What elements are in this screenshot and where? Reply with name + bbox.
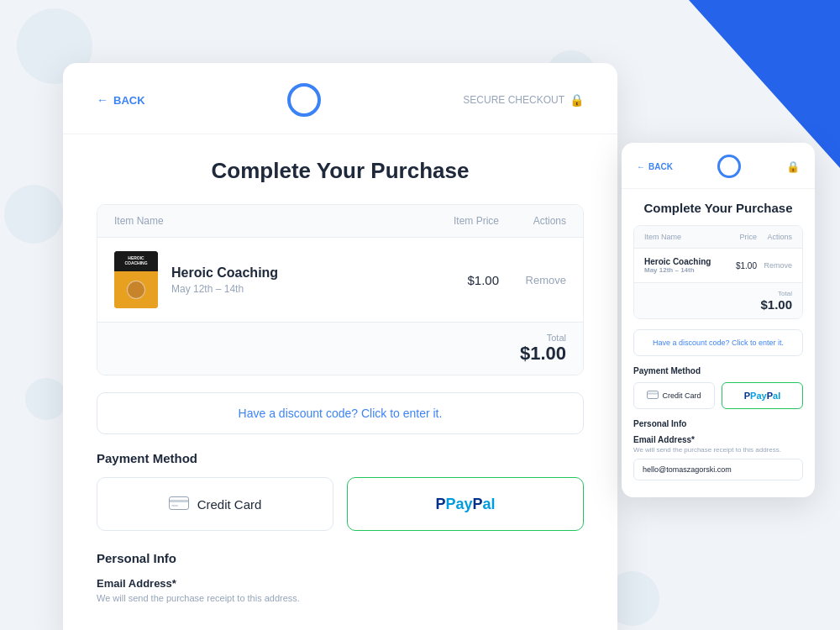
sc-back-button[interactable]: ← BACK [637, 162, 673, 171]
payment-options: Credit Card PPayPal [97, 477, 584, 531]
sc-personal-label: Personal Info [633, 419, 803, 428]
personal-info-label: Personal Info [97, 551, 584, 565]
sc-col-actions: Actions [757, 233, 792, 241]
sc-item-info: Heroic Coaching May 12th – 14th [644, 257, 723, 274]
sc-paypal-option[interactable]: PPayPal [722, 382, 803, 409]
card-header: ← BACK SECURE CHECKOUT 🔒 [63, 63, 617, 134]
col-actions: Actions [499, 215, 566, 227]
sc-credit-card-icon [647, 390, 659, 402]
sc-table-header: Item Name Price Actions [634, 226, 802, 249]
logo-circle [287, 83, 321, 117]
sc-item-name-text: Heroic Coaching [644, 257, 723, 266]
sc-total-label: Total [760, 290, 792, 297]
discount-section: Have a discount code? Click to enter it. [97, 392, 584, 434]
back-button[interactable]: ← BACK [97, 93, 145, 107]
sc-credit-card-label: Credit Card [662, 391, 701, 400]
sc-col-name: Item Name [644, 233, 723, 241]
order-table: Item Name Item Price Actions HEROICCOACH… [97, 204, 584, 375]
sc-discount-section: Have a discount code? Click to enter it. [633, 329, 803, 356]
sc-order-table: Item Name Price Actions Heroic Coaching … [633, 225, 803, 319]
item-name: Heroic Coaching [171, 265, 278, 281]
sc-payment-section: Payment Method Credit Card PPayPal [633, 366, 803, 409]
secure-label: SECURE CHECKOUT [463, 94, 564, 106]
sc-lock-icon: 🔒 [786, 160, 800, 173]
sc-total-section: Total $1.00 [760, 290, 792, 312]
email-field-note: We will send the purchase receipt to thi… [97, 593, 584, 603]
sc-item-date: May 12th – 14th [644, 266, 723, 274]
sc-email-label: Email Address* [633, 435, 803, 444]
back-arrow-icon: ← [97, 93, 108, 107]
secondary-card: ← BACK 🔒 Complete Your Purchase Item Nam… [622, 143, 815, 497]
item-details: Heroic Coaching May 12th – 14th [171, 265, 278, 295]
sc-discount-button[interactable]: Have a discount code? Click to enter it. [633, 329, 803, 356]
sc-paypal-logo: PPayPal [744, 391, 780, 401]
svg-rect-1 [169, 500, 189, 502]
lock-icon: 🔒 [570, 93, 584, 107]
item-date: May 12th – 14th [171, 283, 278, 295]
credit-card-option[interactable]: Credit Card [97, 477, 333, 531]
payment-method-label: Payment Method [97, 451, 584, 465]
personal-section: Personal Info Email Address* We will sen… [97, 551, 584, 603]
sc-credit-card-option[interactable]: Credit Card [633, 382, 715, 409]
sc-table-footer: Total $1.00 [634, 282, 802, 318]
total-section: Total $1.00 [520, 333, 566, 365]
credit-card-label: Credit Card [197, 497, 262, 512]
sc-col-price: Price [723, 233, 757, 241]
svg-rect-3 [648, 391, 659, 399]
item-info: HEROICCOACHING Heroic Coaching May 12th … [114, 251, 415, 308]
main-card: ← BACK SECURE CHECKOUT 🔒 Complete Your P… [63, 63, 617, 630]
secure-checkout: SECURE CHECKOUT 🔒 [463, 93, 584, 107]
sc-remove-button[interactable]: Remove [757, 261, 792, 270]
email-field-label: Email Address* [97, 577, 584, 590]
table-row: HEROICCOACHING Heroic Coaching May 12th … [97, 238, 583, 322]
sc-table-row: Heroic Coaching May 12th – 14th $1.00 Re… [634, 249, 802, 282]
book-cover: HEROICCOACHING [114, 251, 158, 308]
payment-section: Payment Method Credit Card PPayPal [97, 451, 584, 531]
sc-back-arrow-icon: ← [637, 162, 645, 171]
author-face [127, 281, 145, 299]
credit-card-icon [169, 493, 189, 515]
svg-rect-4 [647, 393, 659, 395]
bg-circle-4 [25, 378, 67, 420]
sc-email-note: We will send the purchase receipt to thi… [633, 446, 803, 454]
total-amount: $1.00 [520, 343, 566, 364]
table-footer: Total $1.00 [97, 322, 583, 375]
sc-total-amount: $1.00 [760, 297, 792, 312]
sc-page-title: Complete Your Purchase [622, 201, 815, 215]
item-actions: Remove [499, 272, 566, 287]
table-header: Item Name Item Price Actions [97, 205, 583, 238]
sc-header: ← BACK 🔒 [622, 143, 815, 189]
sc-email-input[interactable] [633, 459, 803, 480]
svg-rect-2 [171, 505, 178, 507]
sc-item-price: $1.00 [723, 261, 757, 270]
sc-back-label: BACK [648, 162, 673, 171]
remove-button[interactable]: Remove [526, 274, 566, 286]
item-price: $1.00 [415, 273, 499, 287]
col-price: Item Price [415, 215, 499, 227]
back-label: BACK [113, 94, 145, 107]
sc-personal-section: Personal Info Email Address* We will sen… [633, 419, 803, 480]
bg-circle-3 [4, 185, 63, 244]
col-name: Item Name [114, 215, 415, 227]
discount-button[interactable]: Have a discount code? Click to enter it. [97, 392, 584, 434]
paypal-option[interactable]: PPayPal [347, 477, 584, 531]
sc-payment-options: Credit Card PPayPal [633, 382, 803, 409]
sc-payment-label: Payment Method [633, 366, 803, 375]
page-title: Complete Your Purchase [63, 158, 617, 184]
total-label: Total [520, 333, 566, 343]
svg-rect-0 [169, 497, 188, 510]
sc-logo-circle [717, 155, 741, 178]
paypal-logo: PPayPal [435, 496, 495, 513]
